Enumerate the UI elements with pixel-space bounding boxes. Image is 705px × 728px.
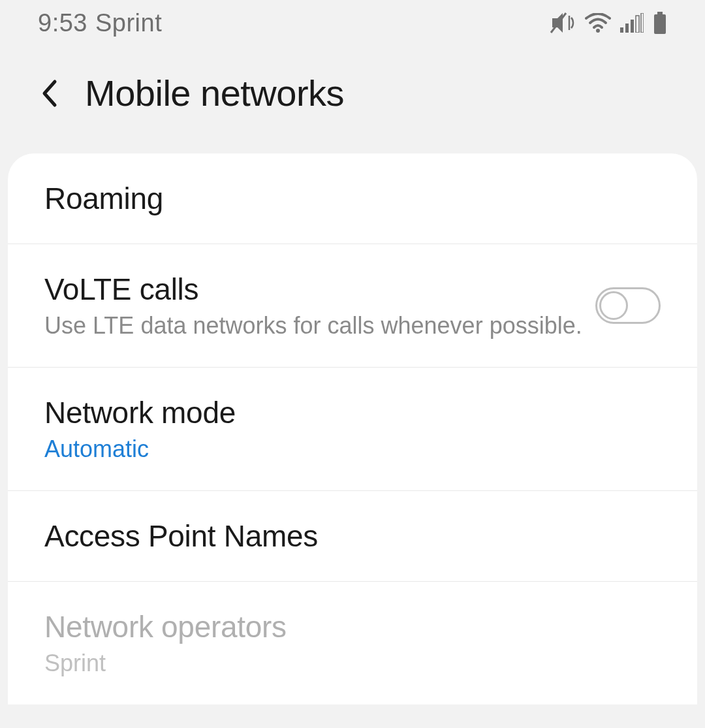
roaming-item[interactable]: Roaming bbox=[8, 153, 697, 244]
signal-icon bbox=[620, 13, 644, 33]
network-operators-subtitle: Sprint bbox=[44, 650, 661, 677]
volte-toggle[interactable] bbox=[595, 287, 661, 324]
svg-rect-6 bbox=[636, 16, 639, 33]
volte-title: VoLTE calls bbox=[44, 272, 595, 307]
apn-title: Access Point Names bbox=[44, 518, 661, 554]
svg-point-2 bbox=[596, 29, 600, 33]
list-item-content: Roaming bbox=[44, 181, 661, 216]
svg-rect-3 bbox=[620, 27, 623, 33]
apn-item[interactable]: Access Point Names bbox=[8, 491, 697, 582]
header: Mobile networks bbox=[0, 46, 705, 153]
list-item-content: VoLTE calls Use LTE data networks for ca… bbox=[44, 272, 595, 340]
network-operators-title: Network operators bbox=[44, 609, 661, 644]
roaming-title: Roaming bbox=[44, 181, 661, 216]
svg-rect-9 bbox=[654, 14, 666, 34]
status-right bbox=[550, 12, 667, 34]
back-button[interactable] bbox=[39, 77, 59, 110]
svg-rect-7 bbox=[641, 13, 644, 33]
network-operators-item: Network operators Sprint bbox=[8, 582, 697, 704]
list-item-content: Network mode Automatic bbox=[44, 395, 661, 463]
status-left: 9:53 Sprint bbox=[38, 9, 162, 37]
status-bar: 9:53 Sprint bbox=[0, 0, 705, 46]
wifi-icon bbox=[585, 13, 611, 33]
svg-rect-8 bbox=[657, 12, 663, 14]
list-item-content: Network operators Sprint bbox=[44, 609, 661, 677]
volte-calls-item[interactable]: VoLTE calls Use LTE data networks for ca… bbox=[8, 244, 697, 368]
status-carrier: Sprint bbox=[95, 9, 162, 37]
page-title: Mobile networks bbox=[85, 72, 344, 114]
svg-rect-4 bbox=[625, 24, 629, 33]
mute-vibrate-icon bbox=[550, 12, 576, 34]
chevron-left-icon bbox=[40, 79, 57, 108]
status-time: 9:53 bbox=[38, 9, 87, 37]
toggle-knob bbox=[599, 291, 628, 320]
network-mode-item[interactable]: Network mode Automatic bbox=[8, 368, 697, 491]
list-item-content: Access Point Names bbox=[44, 518, 661, 554]
network-mode-title: Network mode bbox=[44, 395, 661, 430]
svg-rect-5 bbox=[631, 20, 634, 33]
settings-card: Roaming VoLTE calls Use LTE data network… bbox=[8, 153, 697, 704]
battery-icon bbox=[653, 12, 667, 34]
volte-subtitle: Use LTE data networks for calls whenever… bbox=[44, 312, 595, 340]
network-mode-value: Automatic bbox=[44, 435, 661, 463]
